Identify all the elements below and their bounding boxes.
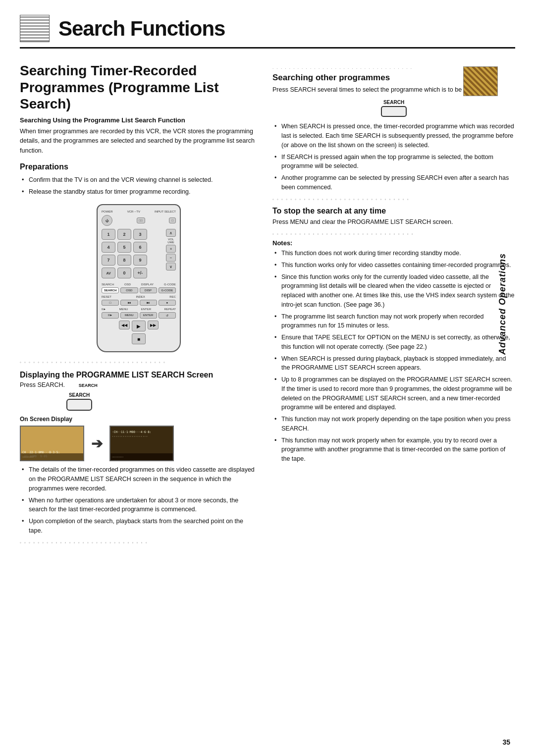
remote-vol-label: VOLUME xyxy=(167,238,174,244)
list-item: When no further operations are undertake… xyxy=(20,496,258,515)
remote-stop-btn[interactable]: ■ xyxy=(132,333,146,344)
screen-mock-after: ·CH··11·1·M00···4·6·8: ·················… xyxy=(109,426,174,461)
list-item: This function may not work properly when… xyxy=(272,436,515,464)
search-btn-label: SEARCH xyxy=(69,392,90,398)
remote-play-btn[interactable]: ▶ xyxy=(132,321,146,331)
remote-btn-1[interactable]: 1 xyxy=(102,229,115,240)
remote-numpad: 1 2 3 4 5 6 7 8 9 AV 0 + xyxy=(102,229,146,281)
screen-text-2: ·CH··11·1·M00···4·6·8: ·················… xyxy=(112,430,151,438)
list-item: If SEARCH is pressed again when the top … xyxy=(272,153,515,171)
remote-btn-plus[interactable]: +/- xyxy=(133,268,147,278)
thumb-img xyxy=(463,66,498,96)
dot-divider-1: ◦ ◦ ◦ ◦ ◦ ◦ ◦ ◦ ◦ ◦ ◦ ◦ ◦ ◦ ◦ ◦ ◦ ◦ ◦ ◦ … xyxy=(20,360,258,365)
preparations-title: Preparations xyxy=(20,162,258,171)
screen-bg: CH 22·1·0M0···8·3·5: 21·10M0 9·05 ······… xyxy=(21,427,83,460)
list-item: Another programme can be selected by pre… xyxy=(272,173,515,192)
search-screen-section: Displaying the PROGRAMME LIST SEARCH Scr… xyxy=(20,371,258,544)
remote-control: POWER VCR→TV INPUT SELECT ⏻ □□ □ 1 xyxy=(97,204,181,352)
remote-vol-plus[interactable]: + xyxy=(166,245,176,253)
displaying-title: Displaying the PROGRAMME LIST SEARCH Scr… xyxy=(20,371,258,379)
list-item: Up to 8 programmes can be displayed on t… xyxy=(272,375,515,412)
remote-btn-7[interactable]: 7 xyxy=(102,255,115,266)
using-function-subtitle: Searching Using the Programme List Searc… xyxy=(20,116,258,124)
list-item: Release the standby status for timer pro… xyxy=(20,187,258,197)
remote-power-row: ⏻ □□ □ xyxy=(102,215,176,226)
list-item: The details of the timer-recorded progra… xyxy=(20,465,258,493)
screen-bg-dark: ·CH··11·1·M00···4·6·8: ·················… xyxy=(110,427,173,460)
screen-bottom-bar: ··············· xyxy=(21,453,83,460)
remote-btn-4[interactable]: 4 xyxy=(102,242,115,253)
remote-rew-btn[interactable]: ◀◀ xyxy=(119,321,130,329)
remote-btn-8[interactable]: 8 xyxy=(117,255,131,266)
remote-btn-9[interactable]: 9 xyxy=(133,255,147,266)
remote-stop-row: ■ xyxy=(102,333,176,344)
page-header: Search Functions xyxy=(20,15,515,49)
remote-numpad-grid: 1 2 3 4 5 6 7 8 9 AV 0 + xyxy=(102,229,146,278)
arrow-right-icon: ➔ xyxy=(91,435,103,452)
remote-repeat-btn[interactable]: ↺ xyxy=(159,312,176,319)
remote-ch-down[interactable]: ∨ xyxy=(166,263,176,270)
main-content: Searching Timer-Recorded Programmes (Pro… xyxy=(20,62,515,548)
on-screen-display-label: On Screen Display xyxy=(20,416,258,423)
screen-display-row: CH 22·1·0M0···8·3·5: 21·10M0 9·05 ······… xyxy=(20,426,258,461)
search-button-display: SEARCH xyxy=(59,392,99,411)
press-search-text: Press SEARCH. SEARCH xyxy=(20,381,258,388)
list-item: This function works only for video casse… xyxy=(272,261,515,270)
remote-btn-av[interactable]: AV xyxy=(102,268,115,278)
remote-vol-minus[interactable]: − xyxy=(166,254,176,262)
remote-display-btn[interactable]: DISP xyxy=(140,287,157,293)
list-item: The programme list search function may n… xyxy=(272,312,515,331)
remote-rec-btn[interactable]: ● xyxy=(159,300,176,306)
search-btn-shape xyxy=(66,399,92,411)
remote-transport-row: ◀◀ ▶ ▶▶ xyxy=(102,321,176,331)
remote-next-index-btn[interactable]: ⏭ xyxy=(140,300,157,306)
left-column: Searching Timer-Recorded Programmes (Pro… xyxy=(20,62,258,548)
remote-func-row: SEARCH OSD DISP G-CODE xyxy=(102,287,176,293)
dot-divider-bottom: ◦ ◦ ◦ ◦ ◦ ◦ ◦ ◦ ◦ ◦ ◦ ◦ ◦ ◦ ◦ ◦ ◦ ◦ ◦ ◦ … xyxy=(20,540,258,545)
remote-menu-row: II► MENU ENTER ↺ xyxy=(102,312,176,319)
remote-btn-5[interactable]: 5 xyxy=(117,242,131,253)
remote-btn-2[interactable]: 2 xyxy=(117,229,131,240)
page: Search Functions Searching Timer-Recorde… xyxy=(0,0,535,756)
list-item: This function does not work during timer… xyxy=(272,249,515,258)
using-function-body: When timer programmes are recorded by th… xyxy=(20,127,258,156)
remote-btn-3[interactable]: 3 xyxy=(133,229,147,240)
remote-gcode-btn[interactable]: G-CODE xyxy=(159,287,176,293)
searching-other-bullets: When SEARCH is pressed once, the timer-r… xyxy=(272,122,515,192)
search-btn-shape-right xyxy=(381,106,407,117)
remote-prev-index-btn[interactable]: ⏮ xyxy=(120,300,138,306)
list-item: When SEARCH is pressed during playback, … xyxy=(272,354,515,373)
remote-search-btn[interactable]: SEARCH xyxy=(102,287,119,293)
remote-ff-btn[interactable]: ▶▶ xyxy=(148,321,159,329)
main-section-title: Searching Timer-Recorded Programmes (Pro… xyxy=(20,62,258,112)
remote-reset-btn[interactable]: □ xyxy=(102,300,119,306)
remote-power-btn[interactable]: ⏻ xyxy=(102,215,112,226)
list-item: When SEARCH is pressed once, the timer-r… xyxy=(272,122,515,150)
remote-illustration: POWER VCR→TV INPUT SELECT ⏻ □□ □ 1 xyxy=(20,204,258,352)
list-item: Since this function works only for the c… xyxy=(272,272,515,310)
stop-search-body: Press MENU and clear the PROGRAMME LIST … xyxy=(272,217,515,227)
list-item: This function may not work properly depe… xyxy=(272,415,515,433)
screen-mock-before: CH 22·1·0M0···8·3·5: 21·10M0 9·05 ······… xyxy=(20,426,84,461)
screen-bottom-bar-2: ··············· xyxy=(110,453,173,460)
remote-menu-labels: II► MENU ENTER REPEAT xyxy=(102,308,176,311)
advanced-ops-sidebar: Advanced Operations xyxy=(497,253,511,355)
remote-osd-btn[interactable]: OSD xyxy=(120,287,138,293)
search-btn-label-right: SEARCH xyxy=(383,100,404,105)
remote-enter-btn[interactable]: ENTER xyxy=(140,312,157,319)
remote-vcrtv-btn[interactable]: □□ xyxy=(137,217,145,223)
remote-input-btn[interactable]: □ xyxy=(169,217,176,223)
remote-vol-col: ∧ VOLUME + − ∨ xyxy=(166,229,176,270)
remote-reset-row: □ ⏮ ⏭ ● xyxy=(102,300,176,306)
remote-menu-btn[interactable]: MENU xyxy=(120,312,138,319)
preparations-list: Confirm that the TV is on and the VCR vi… xyxy=(20,175,258,197)
remote-pause-btn[interactable]: II► xyxy=(102,312,119,319)
list-item: Ensure that TAPE SELECT for OPTION on th… xyxy=(272,333,515,352)
remote-ch-up[interactable]: ∧ xyxy=(166,229,176,237)
remote-btn-0[interactable]: 0 xyxy=(117,268,131,278)
stop-search-title: To stop the search at any time xyxy=(272,207,515,216)
page-title: Search Functions xyxy=(58,17,225,41)
remote-btn-6[interactable]: 6 xyxy=(133,242,147,253)
header-icon xyxy=(20,15,50,42)
notes-bullets: This function does not work during timer… xyxy=(272,249,515,464)
